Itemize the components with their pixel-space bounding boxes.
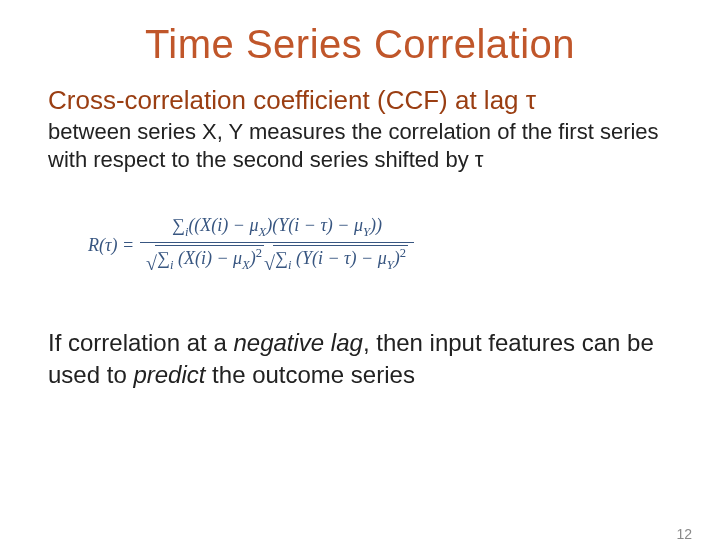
mu-y-sub: Y — [387, 257, 394, 271]
num-body-c: )) — [370, 215, 382, 235]
sqrt-b: √ ∑i (Y(i − τ) − μY)2 — [264, 245, 408, 274]
formula-fraction: ∑i((X(i) − μX)(Y(i − τ) − μY)) √ ∑i (X(i… — [140, 213, 414, 277]
radicand-b: ∑i (Y(i − τ) − μY)2 — [273, 245, 408, 274]
den-b-body: (Y(i − τ) − μ — [291, 248, 386, 268]
body-text: between series X, Y measures the correla… — [48, 118, 672, 173]
mu-y-sub: Y — [363, 225, 370, 239]
closing-em-neglag: negative lag — [233, 329, 362, 356]
slide: Time Series Correlation Cross-correlatio… — [0, 22, 720, 540]
closing-pre: If correlation at a — [48, 329, 233, 356]
formula-lhs: R(τ) = — [88, 235, 134, 256]
sigma-icon: ∑ — [172, 215, 185, 235]
slide-title: Time Series Correlation — [0, 22, 720, 67]
sqrt-a: √ ∑i (X(i) − μX)2 — [146, 245, 264, 274]
mu-x-sub: X — [242, 257, 250, 271]
num-body-a: ((X(i) − μ — [188, 215, 258, 235]
square-sup: 2 — [256, 246, 262, 260]
num-body-b: )(Y(i − τ) − μ — [266, 215, 363, 235]
formula: R(τ) = ∑i((X(i) − μX)(Y(i − τ) − μY)) √ … — [88, 213, 672, 277]
square-sup: 2 — [400, 246, 406, 260]
den-a-body: (X(i) − μ — [173, 248, 242, 268]
radicand-a: ∑i (X(i) − μX)2 — [155, 245, 264, 274]
sigma-icon: ∑ — [275, 248, 288, 268]
page-number: 12 — [676, 526, 692, 540]
formula-numerator: ∑i((X(i) − μX)(Y(i − τ) − μY)) — [166, 213, 388, 242]
closing-em-predict: predict — [133, 361, 205, 388]
closing-post: the outcome series — [205, 361, 414, 388]
lead-line: Cross-correlation coefficient (CCF) at l… — [48, 85, 672, 116]
slide-content: Cross-correlation coefficient (CCF) at l… — [0, 85, 720, 390]
sigma-icon: ∑ — [157, 248, 170, 268]
closing-text: If correlation at a negative lag, then i… — [48, 327, 672, 389]
formula-denominator: √ ∑i (X(i) − μX)2 √ ∑i (Y(i − τ) − μY)2 — [140, 243, 414, 278]
